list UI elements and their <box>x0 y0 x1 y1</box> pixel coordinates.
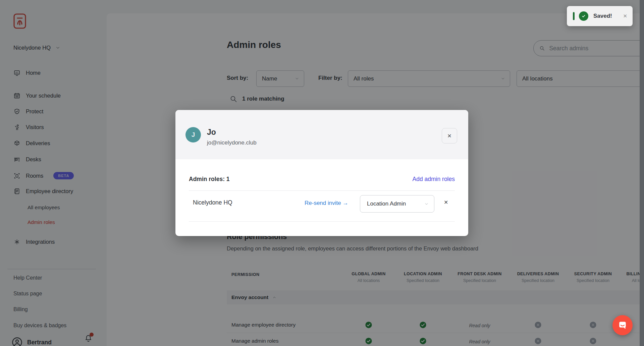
success-check-icon <box>579 11 588 21</box>
toast-close-button[interactable]: ✕ <box>623 13 627 19</box>
modal-roles-count: Admin roles: 1 <box>189 176 230 183</box>
toast-message: Saved! <box>593 13 612 19</box>
modal-role-location: Nicelydone HQ <box>193 199 232 206</box>
toast-accent-bar <box>573 12 575 20</box>
modal-divider <box>189 221 455 222</box>
chat-launcher-button[interactable] <box>612 315 633 335</box>
modal-divider <box>189 190 455 191</box>
modal-close-button[interactable]: ✕ <box>442 128 457 143</box>
modal-user-email: jo@nicelydone.club <box>207 139 257 146</box>
app-root: Nicelydone HQ Home Your schedule Protect… <box>0 0 644 346</box>
resend-invite-link[interactable]: Re-send invite → <box>305 200 348 207</box>
modal-avatar: J <box>185 127 201 142</box>
modal-role-select[interactable]: Location Admin <box>360 195 434 213</box>
add-admin-roles-link[interactable]: Add admin roles <box>413 176 455 183</box>
chat-bubble-icon <box>617 320 628 331</box>
modal-user-name: Jo <box>207 128 216 137</box>
admin-detail-modal: J Jo jo@nicelydone.club ✕ Admin roles: 1… <box>175 110 468 236</box>
modal-role-value: Location Admin <box>367 200 406 207</box>
modal-header <box>175 110 468 159</box>
chevron-down-icon <box>424 202 429 206</box>
saved-toast: Saved! ✕ <box>567 6 633 26</box>
remove-role-button[interactable]: ✕ <box>444 199 448 206</box>
